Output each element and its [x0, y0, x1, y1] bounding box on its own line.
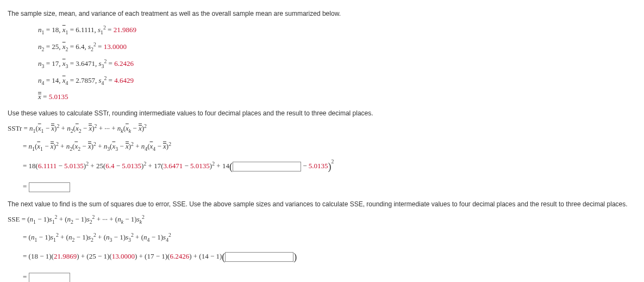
- sstr-intro-text: Use these values to calculate SSTr, roun…: [8, 108, 636, 119]
- sample1-line: n1 = 18, x1 = 6.1111, s12 = 21.9869: [38, 24, 636, 36]
- sstr-numeric-line: = 18(6.1111 − 5.0135)2 + 25(6.4 − 5.0135…: [23, 159, 636, 175]
- sse-formula-expanded: = (n1 − 1)s12 + (n2 − 1)s22 + (n3 − 1)s3…: [23, 232, 636, 243]
- sstr-result-input[interactable]: [29, 182, 70, 192]
- grand-mean-line: x = 5.0135: [38, 91, 636, 103]
- sample3-line: n3 = 17, x3 = 3.6471, s32 = 6.2426: [38, 58, 636, 70]
- sse-formula-generic: SSE = (n1 − 1)s12 + (n2 − 1)s22 + ··· + …: [8, 214, 636, 225]
- sstr-x4-input[interactable]: [233, 162, 301, 171]
- sample2-line: n2 = 25, x2 = 6.4, s22 = 13.0000: [38, 41, 636, 53]
- sstr-result-line: =: [23, 181, 636, 193]
- sse-numeric-line: = (18 − 1)(21.9869) + (25 − 1)(13.0000) …: [23, 249, 636, 265]
- sse-intro-text: The next value to find is the sum of squ…: [8, 199, 636, 210]
- sse-s4-input[interactable]: [225, 252, 293, 262]
- sse-result-line: =: [23, 272, 636, 282]
- sse-result-input[interactable]: [29, 273, 70, 282]
- sstr-formula-expanded: = n1(x1 − x)2 + n2(x2 − x)2 + n3(x3 − x)…: [23, 141, 636, 152]
- intro-text: The sample size, mean, and variance of e…: [8, 9, 636, 19]
- sstr-formula-generic: SSTr = n1(x1 − x)2 + n2(x2 − x)2 + ··· +…: [8, 123, 636, 134]
- sample4-line: n4 = 14, x4 = 2.7857, s42 = 4.6429: [38, 75, 636, 87]
